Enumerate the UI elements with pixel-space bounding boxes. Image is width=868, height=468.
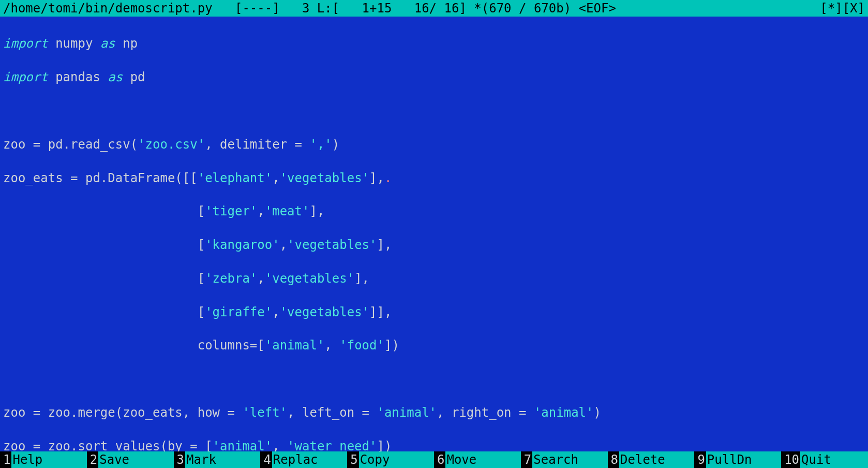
f1-help-button[interactable]: 1Help — [0, 451, 87, 468]
code-line — [3, 371, 865, 387]
code-line: zoo = zoo.sort_values(by = ['animal', 'w… — [3, 438, 865, 451]
code-line: ['kangaroo','vegetables'], — [3, 237, 865, 253]
f7-search-button[interactable]: 7Search — [521, 451, 608, 468]
code-line: columns=['animal', 'food']) — [3, 337, 865, 354]
f5-copy-button[interactable]: 5Copy — [347, 451, 434, 468]
code-line: import pandas as pd — [3, 69, 865, 85]
file-path: /home/tomi/bin/demoscript.py — [3, 0, 213, 17]
editor-area[interactable]: import numpy as np import pandas as pd z… — [0, 17, 868, 451]
function-key-bar: 1Help 2Save 3Mark 4Replac 5Copy 6Move 7S… — [0, 451, 868, 468]
code-line: ['giraffe','vegetables']], — [3, 304, 865, 320]
f10-quit-button[interactable]: 10Quit — [781, 451, 868, 468]
code-line: import numpy as np — [3, 35, 865, 52]
code-line: zoo = pd.read_csv('zoo.csv', delimiter =… — [3, 136, 865, 153]
f2-save-button[interactable]: 2Save — [87, 451, 174, 468]
f8-delete-button[interactable]: 8Delete — [608, 451, 695, 468]
status-bar: /home/tomi/bin/demoscript.py [----] 3 L:… — [0, 0, 868, 17]
f9-pulldn-button[interactable]: 9PullDn — [694, 451, 781, 468]
code-line: ['tiger','meat'], — [3, 203, 865, 220]
f4-replace-button[interactable]: 4Replac — [260, 451, 347, 468]
code-line: zoo = zoo.merge(zoo_eats, how = 'left', … — [3, 404, 865, 421]
code-line — [3, 103, 865, 119]
status-flags: [*][X] — [820, 0, 865, 17]
f6-move-button[interactable]: 6Move — [434, 451, 521, 468]
code-line: ['zebra','vegetables'], — [3, 270, 865, 287]
f3-mark-button[interactable]: 3Mark — [174, 451, 261, 468]
status-info: [----] 3 L:[ 1+15 16/ 16] *(670 / 670b) … — [213, 0, 616, 17]
code-line: zoo_eats = pd.DataFrame([['elephant','ve… — [3, 170, 865, 186]
